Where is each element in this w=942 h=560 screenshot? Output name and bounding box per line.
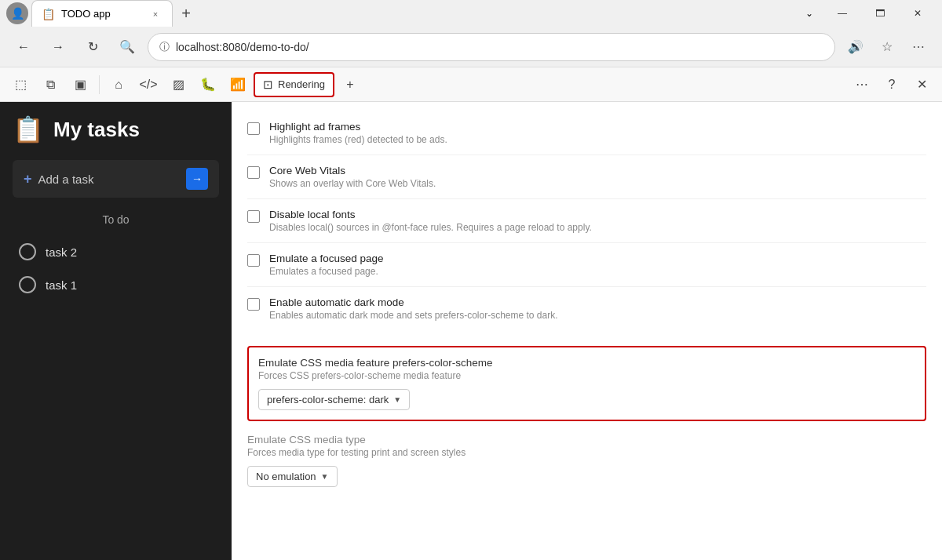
task-label-2: task 1 — [46, 278, 77, 292]
reload-button[interactable]: ↻ — [78, 33, 107, 61]
option-highlight-ad: Highlight ad frames Highlights frames (r… — [247, 111, 926, 155]
media-type-dropdown[interactable]: No emulation ▼ — [247, 466, 338, 487]
devtools-console-button[interactable]: </> — [134, 71, 162, 99]
task-checkbox-2[interactable] — [19, 276, 36, 293]
search-button[interactable]: 🔍 — [113, 33, 141, 61]
devtools-network-button[interactable]: 📶 — [224, 71, 252, 99]
devtools-add-panel-button[interactable]: + — [336, 71, 364, 99]
option-core-web-vitals: Core Web Vitals Shows an overlay with Co… — [247, 155, 926, 199]
close-window-button[interactable]: ✕ — [900, 0, 936, 27]
browser-window: 👤 📋 TODO app × + ⌄ — 🗖 ✕ ← → ↻ 🔍 ⓘ local… — [0, 0, 942, 560]
option-info-disable-local-fonts: Disable local fonts Disables local() sou… — [269, 209, 592, 233]
option-info-highlight-ad: Highlight ad frames Highlights frames (r… — [269, 121, 447, 145]
option-desc-core-web-vitals: Shows an overlay with Core Web Vitals. — [269, 178, 436, 189]
section-title: To do — [13, 213, 219, 226]
option-title-highlight-ad: Highlight ad frames — [269, 121, 447, 133]
nav-right-actions: 🔊 ☆ ⋯ — [842, 33, 933, 61]
devtools-close-button[interactable]: ✕ — [907, 71, 936, 99]
site-info-icon[interactable]: ⓘ — [159, 40, 170, 54]
tab-bar: 📋 TODO app × + — [31, 0, 793, 27]
rendering-icon: ⊡ — [263, 78, 273, 92]
option-title-emulate-focused: Emulate a focused page — [269, 253, 384, 264]
prefers-color-scheme-dropdown[interactable]: prefers-color-scheme: dark ▼ — [258, 389, 410, 410]
app-title: My tasks — [53, 118, 140, 142]
highlighted-section-desc: Forces CSS prefers-color-scheme media fe… — [258, 370, 915, 381]
tab-overflow-button[interactable]: ⌄ — [796, 0, 823, 27]
sidebar-header: 📋 My tasks — [13, 115, 219, 144]
favorites-button[interactable]: ☆ — [873, 33, 901, 61]
checkbox-disable-local-fonts[interactable] — [247, 210, 260, 223]
devtools-sources-button[interactable]: ▨ — [164, 71, 192, 99]
devtools-debug-button[interactable]: 🐛 — [194, 71, 222, 99]
option-desc-highlight-ad: Highlights frames (red) detected to be a… — [269, 134, 447, 145]
window-controls: ⌄ — 🗖 ✕ — [796, 0, 936, 27]
rendering-options-list: Highlight ad frames Highlights frames (r… — [232, 102, 942, 340]
task-label-1: task 2 — [46, 245, 77, 259]
option-emulate-focused: Emulate a focused page Emulates a focuse… — [247, 243, 926, 287]
option-title-disable-local-fonts: Disable local fonts — [269, 209, 592, 220]
browser-more-button[interactable]: ⋯ — [904, 33, 933, 61]
option-auto-dark-mode: Enable automatic dark mode Enables autom… — [247, 287, 926, 330]
bottom-option-desc: Forces media type for testing print and … — [247, 447, 926, 458]
rendering-label: Rendering — [278, 78, 325, 90]
highlighted-section-title: Emulate CSS media feature prefers-color-… — [258, 357, 915, 369]
navigation-bar: ← → ↻ 🔍 ⓘ localhost:8080/demo-to-do/ 🔊 ☆… — [0, 27, 942, 67]
profile-icon[interactable]: 👤 — [6, 2, 28, 24]
address-bar[interactable]: ⓘ localhost:8080/demo-to-do/ — [148, 33, 835, 61]
devtools-device-button[interactable]: ⧉ — [36, 71, 64, 99]
add-task-arrow-icon: → — [186, 168, 208, 190]
todo-sidebar: 📋 My tasks + Add a task → To do task 2 t… — [0, 102, 232, 560]
toolbar-divider-1 — [99, 75, 100, 94]
task-item[interactable]: task 1 — [13, 268, 219, 301]
devtools-more-button[interactable]: ⋯ — [848, 71, 876, 99]
devtools-inspect-button[interactable]: ⬚ — [6, 71, 35, 99]
media-type-dropdown-arrow: ▼ — [321, 472, 329, 481]
media-type-dropdown-value: No emulation — [256, 471, 316, 482]
devtools-panel: Highlight ad frames Highlights frames (r… — [232, 102, 942, 560]
title-bar-left: 👤 — [6, 2, 28, 24]
tab-favicon: 📋 — [42, 8, 55, 20]
panel-content: Highlight ad frames Highlights frames (r… — [232, 102, 942, 560]
back-button[interactable]: ← — [9, 33, 38, 61]
option-title-core-web-vitals: Core Web Vitals — [269, 165, 436, 176]
bottom-options: Emulate CSS media type Forces media type… — [232, 431, 942, 496]
checkbox-highlight-ad[interactable] — [247, 122, 260, 135]
tab-title: TODO app — [61, 8, 111, 20]
active-tab[interactable]: 📋 TODO app × — [31, 0, 173, 27]
rendering-tab-button[interactable]: ⊡ Rendering — [254, 72, 334, 97]
option-disable-local-fonts: Disable local fonts Disables local() sou… — [247, 199, 926, 243]
add-task-plus-icon: + — [24, 171, 32, 187]
option-desc-disable-local-fonts: Disables local() sources in @font-face r… — [269, 222, 592, 233]
app-icon: 📋 — [13, 115, 44, 144]
devtools-right-actions: ⋯ ? ✕ — [848, 71, 936, 99]
main-area: 📋 My tasks + Add a task → To do task 2 t… — [0, 102, 942, 560]
new-tab-button[interactable]: + — [173, 0, 199, 27]
devtools-sidebar-button[interactable]: ▣ — [66, 71, 94, 99]
read-aloud-button[interactable]: 🔊 — [842, 33, 870, 61]
task-item[interactable]: task 2 — [13, 235, 219, 268]
devtools-elements-button[interactable]: ⌂ — [104, 71, 133, 99]
forward-button[interactable]: → — [44, 33, 72, 61]
option-desc-emulate-focused: Emulates a focused page. — [269, 266, 384, 277]
option-title-auto-dark-mode: Enable automatic dark mode — [269, 296, 558, 308]
option-info-emulate-focused: Emulate a focused page Emulates a focuse… — [269, 253, 384, 277]
dropdown-arrow-icon: ▼ — [393, 395, 401, 404]
tab-close-button[interactable]: × — [148, 7, 162, 21]
add-task-label: Add a task — [38, 173, 180, 186]
option-desc-auto-dark-mode: Enables automatic dark mode and sets pre… — [269, 310, 558, 321]
devtools-help-button[interactable]: ? — [878, 71, 906, 99]
devtools-toolbar: ⬚ ⧉ ▣ ⌂ </> ▨ 🐛 📶 ⊡ Rendering + ⋯ ? ✕ — [0, 67, 942, 102]
highlighted-section: Emulate CSS media feature prefers-color-… — [247, 346, 926, 421]
dropdown-value: prefers-color-scheme: dark — [267, 394, 389, 405]
task-checkbox-1[interactable] — [19, 243, 36, 260]
address-text: localhost:8080/demo-to-do/ — [176, 41, 823, 53]
checkbox-core-web-vitals[interactable] — [247, 166, 260, 179]
checkbox-emulate-focused[interactable] — [247, 254, 260, 267]
checkbox-auto-dark-mode[interactable] — [247, 298, 260, 311]
bottom-option-title: Emulate CSS media type — [247, 434, 926, 445]
title-bar: 👤 📋 TODO app × + ⌄ — 🗖 ✕ — [0, 0, 942, 27]
option-info-core-web-vitals: Core Web Vitals Shows an overlay with Co… — [269, 165, 436, 189]
add-task-button[interactable]: + Add a task → — [13, 160, 219, 198]
minimize-button[interactable]: — — [824, 0, 860, 27]
maximize-button[interactable]: 🗖 — [862, 0, 898, 27]
